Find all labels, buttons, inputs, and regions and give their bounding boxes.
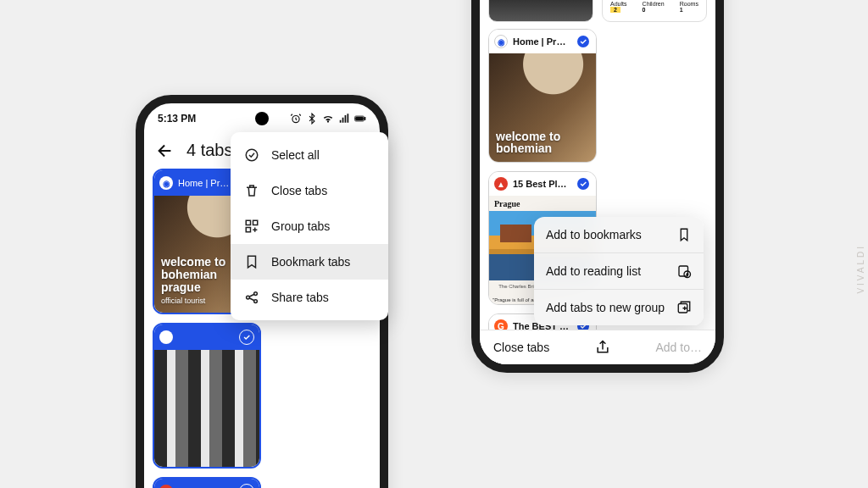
grid-plus-icon xyxy=(244,219,259,234)
menu-label: Select all xyxy=(271,148,320,162)
favicon-icon xyxy=(159,330,173,344)
svg-rect-3 xyxy=(356,117,364,120)
status-time: 5:13 PM xyxy=(158,113,196,125)
svg-rect-7 xyxy=(246,228,250,232)
menu-label: Close tabs xyxy=(271,184,327,197)
svg-rect-6 xyxy=(253,220,258,225)
svg-rect-5 xyxy=(246,220,250,225)
thumb-heading: Prague xyxy=(494,199,520,208)
share-icon xyxy=(244,290,259,305)
thumb-hero-text: welcome to bohemian prague official tour… xyxy=(161,256,225,306)
back-icon[interactable] xyxy=(156,141,175,160)
menu-label: Add to reading list xyxy=(546,264,641,278)
bookmark-icon xyxy=(244,254,259,269)
menu-share-tabs[interactable]: Share tabs xyxy=(231,280,388,315)
menu-add-readinglist[interactable]: Add to reading list xyxy=(534,253,704,290)
tab-title: Home | Pragu… xyxy=(513,36,570,47)
menu-close-tabs[interactable]: Close tabs xyxy=(231,173,388,208)
menu-add-tabgroup[interactable]: Add tabs to new group xyxy=(534,290,704,325)
tab-title: Home | Prague xyxy=(178,178,234,188)
menu-add-bookmarks[interactable]: Add to bookmarks xyxy=(534,217,704,253)
alarm-icon xyxy=(290,113,302,125)
svg-point-4 xyxy=(246,149,258,161)
favicon-icon: ▲ xyxy=(494,177,508,191)
favicon-icon: ◉ xyxy=(494,35,508,48)
menu-group-tabs[interactable]: Group tabs xyxy=(231,208,388,244)
menu-label: Share tabs xyxy=(271,291,329,304)
svg-rect-2 xyxy=(364,118,365,120)
close-tabs-button[interactable]: Close tabs xyxy=(493,341,549,354)
selected-check-icon[interactable] xyxy=(576,34,591,49)
signal-icon xyxy=(338,113,350,125)
selected-check-icon[interactable] xyxy=(239,484,254,488)
tabgroup-plus-icon xyxy=(676,300,692,315)
tab-card[interactable] xyxy=(153,323,261,469)
menu-label: Add tabs to new group xyxy=(546,301,665,314)
menu-select-all[interactable]: Select all xyxy=(231,137,388,173)
favicon-icon: ◉ xyxy=(159,176,173,190)
tabs-context-menu: Select all Close tabs Group tabs Bookmar… xyxy=(231,132,388,320)
brand-watermark: VIVALDI xyxy=(857,244,866,294)
phone-ios: Adults2 Children0 Rooms1 ◉ Home | Pragu…… xyxy=(471,0,724,373)
selected-check-icon[interactable] xyxy=(239,330,254,345)
addto-button[interactable]: Add to… xyxy=(656,341,702,354)
ios-addto-menu: Add to bookmarks Add to reading list Add… xyxy=(534,217,704,325)
tab-card[interactable]: ▲ 15 Best Places Prague xyxy=(153,477,261,488)
bluetooth-icon xyxy=(306,113,318,125)
menu-bookmark-tabs[interactable]: Bookmark tabs xyxy=(231,244,388,280)
bookmark-icon xyxy=(676,227,692,242)
tab-card[interactable]: ◉ Home | Pragu… prague≡ welcome to bohem… xyxy=(488,29,597,163)
check-circle-icon xyxy=(244,147,259,163)
ios-bottom-bar: Close tabs Add to… xyxy=(480,330,715,364)
tabs-count-title: 4 tabs xyxy=(186,141,232,160)
menu-label: Add to bookmarks xyxy=(546,228,642,241)
tab-title: 15 Best Place… xyxy=(513,179,570,189)
thumb-hero-text: welcome to bohemian xyxy=(496,130,560,155)
menu-label: Bookmark tabs xyxy=(271,255,350,269)
reading-list-icon xyxy=(676,263,692,279)
favicon-icon: ▲ xyxy=(159,485,173,488)
camera-punchhole xyxy=(255,112,269,125)
trash-icon xyxy=(244,183,259,198)
battery-icon xyxy=(354,113,366,125)
share-icon[interactable] xyxy=(594,339,611,356)
selected-check-icon[interactable] xyxy=(576,176,591,191)
wifi-icon xyxy=(322,113,334,125)
menu-label: Group tabs xyxy=(271,219,330,233)
